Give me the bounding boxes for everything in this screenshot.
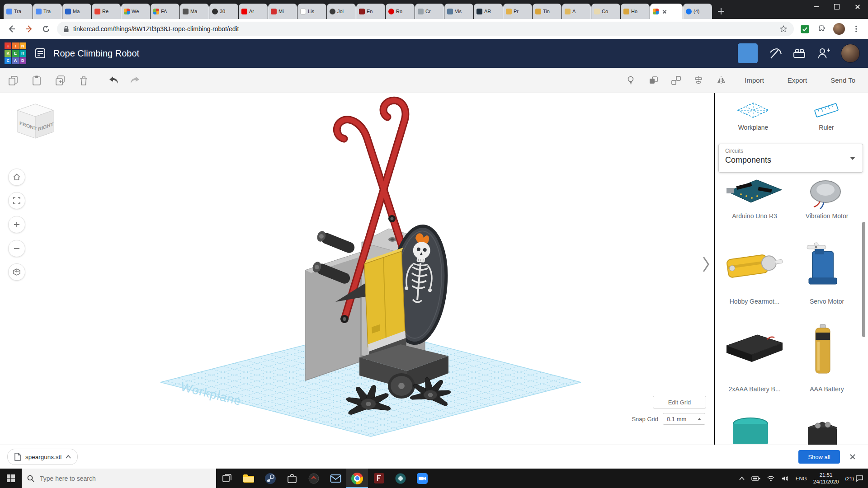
chrome-button[interactable]: [346, 469, 368, 488]
new-tab-button[interactable]: [715, 5, 727, 17]
extensions-button[interactable]: [816, 23, 828, 35]
download-bar-close-button[interactable]: [849, 453, 856, 460]
ruler-tool[interactable]: Ruler: [793, 100, 860, 131]
browser-tab[interactable]: Tra: [33, 4, 62, 19]
steam-button[interactable]: [259, 469, 281, 488]
component-servo-thumb[interactable]: [803, 240, 846, 291]
send-to-button[interactable]: Send To: [825, 74, 861, 87]
home-view-button[interactable]: [8, 169, 25, 186]
taskbar-clock[interactable]: 21:51 24/11/2020: [813, 472, 839, 485]
shape-category-dropdown[interactable]: Circuits Components: [718, 144, 863, 173]
component-arduino-thumb[interactable]: [723, 174, 786, 211]
perspective-toggle-button[interactable]: [8, 263, 25, 281]
search-input[interactable]: [39, 474, 190, 483]
back-button[interactable]: [5, 23, 18, 35]
browser-tab[interactable]: Lis: [297, 4, 326, 19]
fit-view-button[interactable]: [8, 192, 25, 209]
component-vibration-motor-thumb[interactable]: [798, 175, 853, 210]
group-button[interactable]: [648, 75, 659, 86]
browser-menu-button[interactable]: [850, 23, 863, 35]
browser-tab-active-tinkercad[interactable]: [650, 4, 683, 19]
undo-button[interactable]: [108, 75, 120, 86]
download-item[interactable]: spearguns.stl: [7, 449, 78, 465]
address-bar[interactable]: tinkercad.com/things/8W1ZIl3p38J-rope-cl…: [57, 22, 794, 36]
browser-tab[interactable]: Pr: [503, 4, 532, 19]
align-button[interactable]: [693, 75, 704, 86]
component-partial-thumb[interactable]: [729, 417, 772, 445]
snap-grid-select[interactable]: 0.1 mm: [663, 413, 705, 425]
redo-button[interactable]: [128, 75, 141, 86]
browser-tab[interactable]: Ar: [239, 4, 268, 19]
browser-tab[interactable]: Re: [92, 4, 121, 19]
file-explorer-button[interactable]: [238, 469, 259, 488]
design-canvas[interactable]: Workplane: [0, 93, 714, 445]
tinkercad-logo[interactable]: T I N K E R C A D: [5, 42, 26, 64]
zoom-out-button[interactable]: [8, 240, 25, 257]
design-menu-button[interactable]: [34, 47, 46, 59]
browser-tab[interactable]: Co: [591, 4, 620, 19]
mail-button[interactable]: [325, 469, 346, 488]
roller[interactable]: [316, 230, 356, 255]
copy-button[interactable]: [7, 75, 19, 86]
volume-indicator[interactable]: [781, 475, 789, 482]
user-avatar[interactable]: [841, 44, 860, 63]
chevron-up-icon[interactable]: [66, 455, 71, 459]
robot-model[interactable]: [306, 100, 451, 417]
zoom-in-button[interactable]: [8, 216, 25, 233]
import-button[interactable]: Import: [739, 74, 769, 87]
browser-tab[interactable]: Cr: [415, 4, 444, 19]
browser-tab[interactable]: Tra: [4, 4, 33, 19]
browser-tab[interactable]: Ho: [621, 4, 650, 19]
component-aaa-battery-thumb[interactable]: [812, 323, 833, 376]
language-indicator[interactable]: ENG: [796, 476, 807, 481]
tab-close-icon[interactable]: [661, 8, 668, 14]
collapse-panel-button[interactable]: [702, 255, 711, 274]
browser-tab[interactable]: AR: [474, 4, 503, 19]
game-launcher-button[interactable]: [303, 469, 325, 488]
start-button[interactable]: [0, 469, 22, 488]
browser-tab[interactable]: We: [121, 4, 150, 19]
component-gearmotor-thumb[interactable]: [722, 244, 788, 285]
view-cube[interactable]: FRONT RIGHT: [10, 99, 61, 146]
duplicate-button[interactable]: [54, 75, 66, 86]
app-f-button[interactable]: [368, 469, 390, 488]
browser-tab[interactable]: Tin: [533, 4, 561, 19]
paste-button[interactable]: [31, 75, 42, 86]
battery-indicator[interactable]: [751, 476, 760, 481]
browser-tab[interactable]: En: [356, 4, 385, 19]
mirror-button[interactable]: [716, 75, 726, 86]
taskbar-search[interactable]: [22, 469, 216, 488]
edit-grid-button[interactable]: Edit Grid: [653, 396, 706, 408]
url-text[interactable]: tinkercad.com/things/8W1ZIl3p38J-rope-cl…: [73, 25, 239, 33]
browser-profile-avatar[interactable]: [833, 23, 845, 35]
delete-button[interactable]: [78, 75, 90, 86]
bricks-mode-button[interactable]: [792, 46, 807, 61]
camera-app-button[interactable]: [411, 469, 433, 488]
window-close-button[interactable]: [847, 0, 868, 14]
browser-tab[interactable]: Vis: [444, 4, 473, 19]
browser-tab-facebook[interactable]: (4): [683, 4, 712, 19]
component-partial-thumb[interactable]: [804, 419, 840, 445]
browser-tab[interactable]: Ma: [62, 4, 91, 19]
task-view-button[interactable]: [216, 469, 238, 488]
panel-scrollbar[interactable]: [862, 222, 865, 337]
browser-tab[interactable]: Ma: [180, 4, 209, 19]
window-minimize-button[interactable]: [806, 0, 826, 14]
invite-collaborator-button[interactable]: [816, 46, 831, 61]
browser-tab[interactable]: A: [562, 4, 591, 19]
3d-scene[interactable]: Workplane: [0, 93, 714, 445]
blocks-mode-button[interactable]: [768, 46, 782, 61]
show-hidden-button[interactable]: [625, 75, 636, 86]
meeting-app-button[interactable]: [390, 469, 411, 488]
battery-pack[interactable]: [364, 248, 406, 361]
extension-check-button[interactable]: [798, 23, 811, 35]
browser-tab[interactable]: Ro: [386, 4, 415, 19]
ungroup-button[interactable]: [670, 75, 681, 86]
workplane-tool[interactable]: Workplane: [719, 100, 787, 131]
view-3d-design-button[interactable]: [738, 43, 758, 63]
browser-tab[interactable]: FA: [151, 4, 179, 19]
design-title[interactable]: Rope Climbing Robot: [53, 48, 139, 59]
show-all-downloads-button[interactable]: Show all: [798, 450, 840, 464]
reload-button[interactable]: [40, 23, 52, 35]
bookmark-star-icon[interactable]: [779, 25, 788, 33]
